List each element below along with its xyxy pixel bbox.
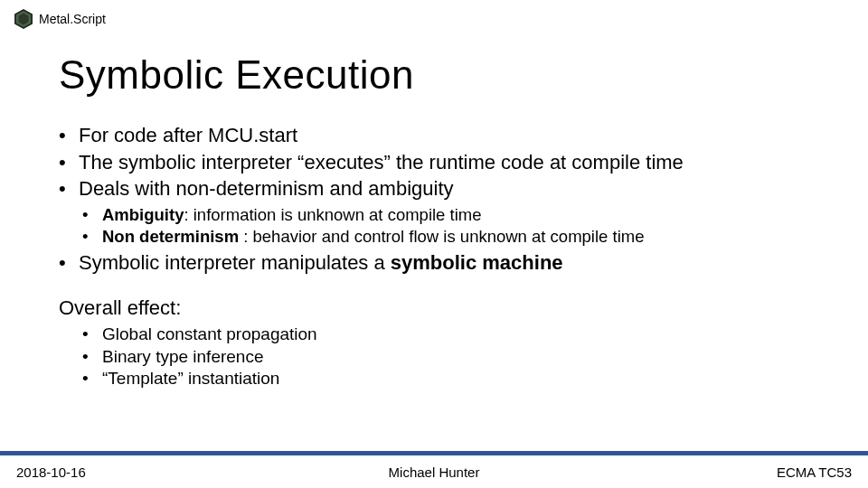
- footer-author: Michael Hunter: [389, 465, 480, 480]
- overall-item: Global constant propagation: [59, 324, 832, 346]
- hexagon-logo-icon: [14, 9, 33, 29]
- sub-bullet-item: Non determinism : behavior and control f…: [59, 226, 832, 248]
- footer-date: 2018-10-16: [16, 465, 86, 480]
- term-symbolic-machine: symbolic machine: [391, 251, 563, 274]
- sub-bullet-item: Ambiguity: information is unknown at com…: [59, 204, 832, 226]
- bullet-item: The symbolic interpreter “executes” the …: [59, 149, 832, 176]
- footer-venue: ECMA TC53: [777, 465, 852, 480]
- bullet-item: For code after MCU.start: [59, 122, 832, 149]
- sub-bullet-text: : behavior and control flow is unknown a…: [239, 227, 644, 246]
- slide-body: For code after MCU.start The symbolic in…: [59, 122, 832, 390]
- footer: 2018-10-16 Michael Hunter ECMA TC53: [0, 455, 868, 488]
- slide: Metal.Script Symbolic Execution For code…: [0, 0, 868, 488]
- bullet-item: Deals with non-determinism and ambiguity: [59, 175, 832, 202]
- term-nondeterminism: Non determinism: [102, 227, 239, 246]
- overall-effect-label: Overall effect:: [59, 296, 832, 320]
- bullet-item: Symbolic interpreter manipulates a symbo…: [59, 249, 832, 277]
- overall-item: “Template” instantiation: [59, 368, 832, 390]
- brand-name: Metal.Script: [39, 12, 106, 26]
- sub-bullet-text: : information is unknown at compile time: [184, 205, 481, 224]
- header: Metal.Script: [14, 9, 106, 29]
- overall-item: Binary type inference: [59, 346, 832, 369]
- slide-title: Symbolic Execution: [59, 52, 414, 98]
- term-ambiguity: Ambiguity: [102, 205, 184, 224]
- bullet-text-pre: Symbolic interpreter manipulates a: [79, 251, 391, 274]
